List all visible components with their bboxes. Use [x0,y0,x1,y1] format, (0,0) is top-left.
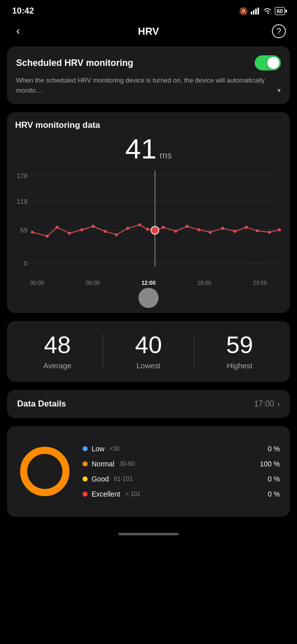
svg-text:119: 119 [17,198,27,205]
excellent-label: Excellent [92,490,120,498]
wifi-icon [263,8,272,15]
highest-label: Highest [227,361,253,370]
excellent-pct: 0 % [268,490,280,498]
good-dot [83,476,88,481]
slider-row [15,288,282,308]
toggle-description: When the scheduled HRV monitoring device… [16,75,281,95]
donut-chart [17,444,72,499]
excellent-dot [83,492,88,497]
low-label: Low [92,445,105,453]
svg-point-35 [256,229,259,232]
hrv-toggle[interactable] [255,55,281,70]
hrv-chart: 178 119 59 0 [15,168,282,277]
details-card[interactable]: Data Details 17:00 › [7,390,290,418]
chart-current-value: 41 [125,132,157,165]
status-bar: 10:42 🔕 60 [0,0,297,19]
good-label: Good [92,475,109,483]
chart-value-row: 41 ms [15,132,282,165]
legend-item-normal: Normal 30-60 100 % [83,460,280,468]
svg-point-36 [268,231,271,234]
time-label-3: 18:00 [197,280,211,286]
chevron-right-icon: › [277,399,280,409]
time-label-4: 23:59 [253,280,267,286]
details-label: Data Details [17,399,66,409]
details-right: 17:00 › [254,399,280,409]
toggle-knob [267,57,279,69]
svg-point-17 [55,226,58,229]
legend-item-excellent: Excellent > 101 0 % [83,490,280,498]
svg-point-30 [197,228,200,231]
stat-average: 48 Average [12,333,103,370]
time-label-0: 00:00 [30,280,44,286]
stats-card: 48 Average 40 Lowest 59 Highest [7,321,290,382]
svg-text:0: 0 [24,260,27,267]
svg-point-39 [30,457,59,486]
excellent-range: > 101 [125,491,140,498]
chart-card: HRV monitoring data 41 ms 178 119 59 0 [7,112,290,313]
lowest-label: Lowest [136,361,161,370]
svg-rect-3 [257,8,259,15]
page-title: HRV [26,26,271,37]
svg-point-27 [162,226,165,229]
normal-label: Normal [92,460,114,468]
svg-point-18 [68,232,71,235]
svg-text:178: 178 [17,172,27,180]
svg-point-25 [146,228,149,231]
time-label-2: 12:00 [141,280,156,286]
low-pct: 0 % [268,445,280,453]
normal-dot [83,461,88,466]
svg-rect-1 [253,10,254,15]
time-labels: 00:00 06:00 12:00 18:00 23:59 [15,279,282,286]
highest-value: 59 [226,333,253,357]
home-indicator [0,525,297,539]
average-label: Average [43,361,71,370]
home-bar [118,533,179,535]
svg-point-29 [186,225,189,228]
svg-point-23 [126,227,129,230]
svg-point-32 [221,227,224,230]
details-time: 17:00 [254,399,274,409]
normal-range: 30-60 [119,460,135,467]
chart-title: HRV monitoring data [15,120,282,130]
stat-lowest: 40 Lowest [103,333,194,370]
signal-icon [251,8,260,15]
svg-point-24 [138,223,141,226]
help-button[interactable]: ? [271,23,287,39]
svg-point-26 [151,226,159,234]
svg-text:59: 59 [20,226,27,234]
status-time: 10:42 [12,6,34,16]
lowest-value: 40 [135,333,162,357]
stat-highest: 59 Highest [194,333,285,370]
average-value: 48 [44,333,70,357]
svg-rect-2 [255,9,257,15]
svg-point-19 [81,228,84,231]
header: ‹ HRV ? [0,19,297,46]
chart-container: 178 119 59 0 [15,168,282,286]
time-slider-thumb[interactable] [138,288,159,308]
time-label-1: 06:00 [86,280,100,286]
svg-point-21 [104,230,107,233]
svg-point-22 [115,233,118,236]
svg-rect-0 [251,12,252,15]
svg-text:?: ? [277,27,281,36]
mute-icon: 🔕 [239,7,248,15]
chart-unit: ms [160,150,172,161]
legend-list: Low <30 0 % Normal 30-60 100 % Good 61-1… [83,445,280,498]
low-dot [83,446,88,451]
help-icon: ? [272,24,286,38]
svg-point-34 [245,226,248,229]
good-pct: 0 % [268,475,280,483]
svg-point-37 [278,228,281,231]
svg-point-33 [234,230,237,233]
svg-point-28 [174,230,177,233]
toggle-row: Scheduled HRV monitoring [16,55,281,70]
svg-point-20 [92,225,95,228]
legend-item-good: Good 61-101 0 % [83,475,280,483]
donut-svg [17,444,72,499]
donut-card: Low <30 0 % Normal 30-60 100 % Good 61-1… [7,426,290,517]
toggle-card: Scheduled HRV monitoring When the schedu… [7,46,290,104]
expand-icon[interactable]: ▾ [277,86,281,96]
back-button[interactable]: ‹ [10,23,26,39]
status-icons: 🔕 60 [239,7,285,15]
low-range: <30 [110,445,120,452]
